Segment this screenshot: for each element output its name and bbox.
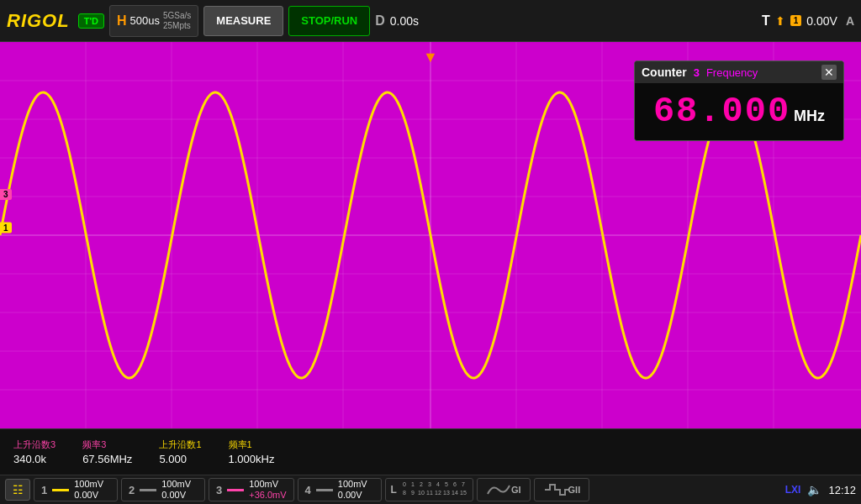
ch3-info: 100mV+36.0mV [249,479,286,501]
counter-value: 68.000 [653,92,790,132]
measurement-value: 67.56MHz [82,453,132,465]
counter-ch-badge: 3 [694,66,700,79]
ch1-marker: 1 [0,222,12,233]
measurement-item: 上升沿数3340.0k [13,438,55,465]
ch4-offset: 0.00V [338,490,367,501]
ch3-line [227,489,244,491]
ch2-line [140,489,156,491]
delay-section: D 0.00s [375,13,419,29]
ch1-offset: 0.00V [74,490,103,501]
measurement-item: 频率367.56MHz [82,438,132,465]
ch2-mv: 100mV [161,479,191,490]
l-grid-cell: 10 [417,490,425,498]
l-grid-cell: 6 [451,481,459,490]
ch2-info: 100mV0.00V [161,479,191,501]
ch1-line [52,489,69,491]
ch2-button[interactable]: 2100mV0.00V [121,478,205,501]
ch4-number: 4 [305,484,311,496]
trigger-level: 0.00V [806,14,837,28]
sample-rate: 5GSa/s [163,11,191,21]
h-value: 500us [130,14,160,27]
counter-title: Counter [642,66,687,79]
l-button[interactable]: L0123456789101112131415 [385,478,473,501]
l-grid-cell: 13 [442,490,451,498]
a-label: A [846,14,854,28]
measurement-label: 频率3 [82,438,132,451]
clock-display: 12:12 [828,484,856,496]
d-label: D [375,13,385,29]
l-label: L [391,484,397,496]
l-grid-cell: 3 [425,481,434,490]
measurement-item: 频率11.000kHz [229,438,275,465]
bottom-bar: ☷1100mV0.00V2100mV0.00V3100mV+36.0mV4100… [0,475,861,504]
rigol-logo: RIGOL [7,10,70,32]
ch3-mv: 100mV [249,479,286,490]
ch4-line [316,489,333,491]
counter-display: 68.000 MHz [635,83,843,140]
counter-header: Counter 3 Frequency ✕ [635,61,843,83]
l-grid-cell: 0 [400,481,409,490]
horizontal-section: H 500us 5GSa/s 25Mpts [109,5,198,37]
trigger-section: T ⬆ 1 0.00V A [762,13,854,29]
measure-button[interactable]: MEASURE [203,6,283,36]
measurement-value: 5.000 [159,453,201,465]
measurement-item: 上升沿数15.000 [159,438,201,465]
gi-icon [486,482,511,497]
counter-freq-label: Frequency [706,66,758,79]
measurement-label: 上升沿数1 [159,438,201,451]
scope-display: ▼ 1 3 Counter 3 Frequency ✕ 68.000 MHz [0,42,861,428]
t-label: T [762,13,770,29]
l-grid-cell: 9 [409,490,417,498]
ch4-info: 100mV0.00V [338,479,367,501]
counter-close-button[interactable]: ✕ [821,65,837,80]
trigger-ch-badge: 1 [790,15,802,26]
lxi-area: LXI🔈12:12 [785,483,856,496]
lxi-label: LXI [785,484,801,496]
l-grid-cell: 1 [409,481,417,490]
h-label: H [117,13,127,29]
l-grid: 0123456789101112131415 [400,481,467,498]
l-grid-cell: 11 [425,490,434,498]
l-grid-cell: 7 [459,481,467,490]
trigger-marker: ▼ [423,49,438,66]
gii-button[interactable]: GII [534,478,590,501]
toolbar: RIGOL T'D H 500us 5GSa/s 25Mpts MEASURE … [0,0,861,42]
gii-icon [543,482,568,497]
ch4-button[interactable]: 4100mV0.00V [298,478,382,501]
td-badge: T'D [78,13,104,29]
l-grid-cell: 14 [451,490,459,498]
ch1-number: 1 [41,484,47,496]
measurement-value: 1.000kHz [229,453,275,465]
gi-label: GI [511,485,521,495]
ch1-info: 100mV0.00V [74,479,103,501]
gii-label: GII [568,485,581,495]
ch3-marker: 3 [0,189,12,200]
counter-unit: MHz [794,108,825,125]
l-grid-cell: 8 [400,490,409,498]
measurement-label: 频率1 [229,438,275,451]
d-value: 0.00s [390,14,419,28]
speaker-icon: 🔈 [807,483,821,496]
l-grid-cell: 2 [417,481,425,490]
grid-button[interactable]: ☷ [5,479,30,501]
ch3-offset: +36.0mV [249,490,286,501]
l-grid-cell: 4 [434,481,442,490]
trigger-icon: ⬆ [775,14,785,28]
memory-depth: 25Mpts [163,21,191,31]
ch1-button[interactable]: 1100mV0.00V [34,478,118,501]
ch3-button[interactable]: 3100mV+36.0mV [209,478,294,501]
gi-button[interactable]: GI [477,478,531,501]
l-grid-cell: 5 [442,481,451,490]
l-grid-cell: 15 [459,490,467,498]
stoprun-button[interactable]: STOP/RUN [288,6,370,36]
counter-panel: Counter 3 Frequency ✕ 68.000 MHz [634,60,844,141]
l-grid-cell: 12 [434,490,442,498]
measurement-bar: 上升沿数3340.0k频率367.56MHz上升沿数15.000频率11.000… [0,428,861,475]
sample-info: 5GSa/s 25Mpts [163,11,191,31]
ch4-mv: 100mV [338,479,367,490]
ch1-mv: 100mV [74,479,103,490]
ch3-number: 3 [216,484,222,496]
measurement-value: 340.0k [13,453,55,465]
ch2-offset: 0.00V [161,490,191,501]
measurement-label: 上升沿数3 [13,438,55,451]
